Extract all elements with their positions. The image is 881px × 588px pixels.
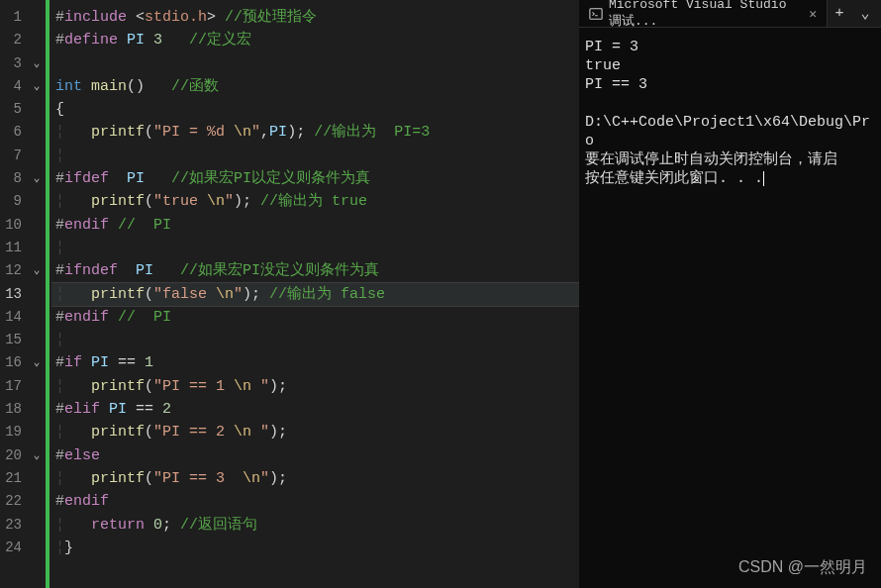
- fold-toggle[interactable]: [28, 6, 46, 29]
- line-number: 24: [0, 537, 28, 559]
- line-number: 4: [0, 75, 28, 98]
- line-number: 20: [0, 444, 28, 467]
- output-line: PI = 3: [585, 39, 638, 55]
- line-number: 21: [0, 467, 28, 490]
- change-indicator: [46, 0, 49, 588]
- fold-toggle[interactable]: ⌄: [28, 259, 46, 282]
- line-number: 15: [0, 329, 28, 351]
- output-line: D:\C++Code\Project1\x64\Debug\Pro: [585, 114, 870, 149]
- code-line[interactable]: ¦ printf("PI == 3 \n");: [51, 467, 579, 490]
- output-line: 要在调试停止时自动关闭控制台，请启: [585, 151, 837, 168]
- fold-toggle[interactable]: [28, 375, 46, 398]
- terminal-output[interactable]: PI = 3 true PI == 3 D:\C++Code\Project1\…: [579, 28, 881, 198]
- code-line[interactable]: ¦ printf("false \n"); //输出为 false: [51, 283, 579, 306]
- fold-toggle[interactable]: [28, 237, 46, 259]
- line-number: 6: [0, 121, 28, 144]
- line-number: 9: [0, 190, 28, 213]
- fold-toggle[interactable]: [28, 29, 46, 51]
- code-line[interactable]: ¦ printf("true \n"); //输出为 true: [51, 190, 579, 213]
- terminal-tabbar: Microsoft Visual Studio 调试... ✕ + ⌄: [579, 0, 881, 28]
- line-number: 3: [0, 52, 28, 75]
- line-number: 17: [0, 375, 28, 398]
- line-number: 23: [0, 514, 28, 537]
- fold-toggle[interactable]: [28, 467, 46, 490]
- code-line[interactable]: ¦: [51, 329, 579, 351]
- line-number: 18: [0, 398, 28, 421]
- chevron-down-icon: ⌄: [860, 4, 869, 23]
- code-editor[interactable]: 123456789101112131415161718192021222324 …: [0, 0, 579, 588]
- code-line[interactable]: [51, 52, 579, 75]
- fold-toggle[interactable]: [28, 329, 46, 351]
- terminal-pane: Microsoft Visual Studio 调试... ✕ + ⌄ PI =…: [579, 0, 881, 588]
- code-line[interactable]: #endif // PI: [51, 214, 579, 237]
- line-number: 7: [0, 145, 28, 167]
- fold-toggle[interactable]: [28, 514, 46, 537]
- fold-toggle[interactable]: [28, 98, 46, 121]
- code-line[interactable]: ¦: [51, 145, 579, 167]
- terminal-tab[interactable]: Microsoft Visual Studio 调试... ✕: [579, 0, 828, 27]
- fold-column[interactable]: ⌄⌄⌄⌄⌄⌄: [28, 0, 46, 588]
- fold-toggle[interactable]: [28, 145, 46, 167]
- code-line[interactable]: ¦ return 0; //返回语句: [51, 514, 579, 537]
- svg-rect-0: [590, 8, 602, 19]
- fold-toggle[interactable]: [28, 214, 46, 237]
- line-number: 5: [0, 98, 28, 121]
- fold-toggle[interactable]: ⌄: [28, 52, 46, 75]
- code-line[interactable]: int main() //函数: [51, 75, 579, 98]
- line-number: 19: [0, 421, 28, 443]
- watermark: CSDN @一然明月: [738, 557, 867, 578]
- output-line: PI == 3: [585, 76, 647, 93]
- line-number-gutter: 123456789101112131415161718192021222324: [0, 0, 28, 588]
- fold-toggle[interactable]: [28, 190, 46, 213]
- tab-actions: + ⌄: [828, 3, 881, 25]
- fold-toggle[interactable]: [28, 537, 46, 559]
- code-line[interactable]: ¦}: [51, 537, 579, 559]
- line-number: 14: [0, 306, 28, 329]
- output-line: 按任意键关闭此窗口. . .: [585, 170, 763, 187]
- close-icon[interactable]: ✕: [809, 6, 817, 22]
- terminal-icon: [589, 7, 603, 21]
- line-number: 12: [0, 259, 28, 282]
- line-number: 11: [0, 237, 28, 259]
- code-line[interactable]: #include <stdio.h> //预处理指令: [51, 6, 579, 29]
- code-line[interactable]: #ifndef PI //如果宏PI没定义则条件为真: [51, 259, 579, 282]
- fold-toggle[interactable]: [28, 306, 46, 329]
- code-line[interactable]: #if PI == 1: [51, 351, 579, 374]
- code-line[interactable]: #ifdef PI //如果宏PI以定义则条件为真: [51, 167, 579, 190]
- new-tab-button[interactable]: +: [828, 3, 851, 25]
- code-line[interactable]: ¦: [51, 237, 579, 259]
- fold-toggle[interactable]: ⌄: [28, 167, 46, 190]
- code-line[interactable]: #else: [51, 444, 579, 467]
- terminal-tab-title: Microsoft Visual Studio 调试...: [609, 0, 803, 30]
- line-number: 2: [0, 29, 28, 51]
- code-area[interactable]: #include <stdio.h> //预处理指令#define PI 3 /…: [51, 0, 579, 588]
- fold-toggle[interactable]: [28, 398, 46, 421]
- code-line[interactable]: #endif: [51, 490, 579, 513]
- terminal-cursor: [763, 171, 764, 186]
- output-line: true: [585, 57, 621, 74]
- code-line[interactable]: {: [51, 98, 579, 121]
- code-line[interactable]: #endif // PI: [51, 306, 579, 329]
- fold-toggle[interactable]: [28, 121, 46, 144]
- code-line[interactable]: #elif PI == 2: [51, 398, 579, 421]
- fold-toggle[interactable]: [28, 283, 46, 306]
- code-line[interactable]: ¦ printf("PI == 2 \n ");: [51, 421, 579, 443]
- line-number: 10: [0, 214, 28, 237]
- code-line[interactable]: ¦ printf("PI == 1 \n ");: [51, 375, 579, 398]
- fold-toggle[interactable]: ⌄: [28, 444, 46, 467]
- fold-toggle[interactable]: ⌄: [28, 351, 46, 374]
- line-number: 1: [0, 6, 28, 29]
- line-number: 22: [0, 490, 28, 513]
- line-number: 8: [0, 167, 28, 190]
- line-number: 16: [0, 351, 28, 374]
- fold-toggle[interactable]: [28, 490, 46, 513]
- tab-dropdown-button[interactable]: ⌄: [853, 3, 877, 25]
- line-number: 13: [0, 283, 28, 306]
- fold-toggle[interactable]: ⌄: [28, 75, 46, 98]
- code-line[interactable]: ¦ printf("PI = %d \n",PI); //输出为 PI=3: [51, 121, 579, 144]
- code-line[interactable]: #define PI 3 //定义宏: [51, 29, 579, 51]
- fold-toggle[interactable]: [28, 421, 46, 443]
